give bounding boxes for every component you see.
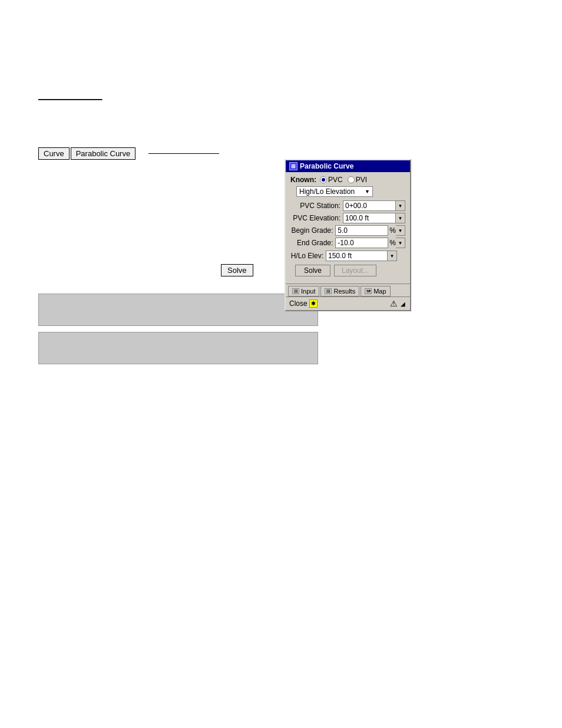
hlo-label: H/Lo Elev: bbox=[290, 252, 326, 260]
parabolic-curve-dialog: ⊞ Parabolic Curve Known: PVC PVI Hi bbox=[285, 159, 411, 311]
dialog-footer: Close ✱ ⚠ ◢ bbox=[286, 297, 410, 310]
radio-pvc-label: PVC bbox=[328, 176, 343, 184]
pvc-station-input-wrap: ▼ bbox=[343, 200, 405, 211]
dropdown-row: High/Lo Elevation ▼ bbox=[290, 186, 405, 197]
hlo-input-wrap: ▼ bbox=[326, 251, 397, 261]
dialog-titlebar[interactable]: ⊞ Parabolic Curve bbox=[286, 160, 410, 172]
tab-input[interactable]: ▤ Input bbox=[288, 286, 319, 297]
main-solve-button[interactable]: Solve bbox=[221, 264, 253, 276]
pvc-station-row: PVC Station: ▼ bbox=[290, 200, 405, 211]
dropdown-arrow-icon: ▼ bbox=[365, 189, 370, 195]
end-grade-unit: % bbox=[389, 239, 396, 247]
begin-grade-input[interactable] bbox=[335, 225, 388, 236]
tab-results[interactable]: ▤ Results bbox=[320, 286, 359, 297]
results-tab-icon: ▤ bbox=[325, 288, 332, 294]
end-grade-label: End Grade: bbox=[290, 239, 335, 247]
hlo-row: H/Lo Elev: ▼ bbox=[290, 251, 405, 261]
radio-pvi-label: PVI bbox=[356, 176, 367, 184]
dialog-solve-button[interactable]: Solve bbox=[295, 265, 330, 276]
breadcrumb-line bbox=[148, 153, 219, 154]
radio-group: PVC PVI bbox=[320, 176, 367, 184]
resize-handle[interactable]: ◢ bbox=[399, 300, 406, 307]
top-link[interactable]: _______________ bbox=[38, 91, 102, 100]
parabolic-curve-button[interactable]: Parabolic Curve bbox=[71, 147, 136, 160]
end-grade-input-wrap: % ▼ bbox=[335, 238, 405, 248]
dialog-title: Parabolic Curve bbox=[300, 162, 353, 170]
tab-input-label: Input bbox=[301, 288, 315, 295]
close-icon[interactable]: ✱ bbox=[309, 299, 318, 308]
dialog-button-row: Solve Layout... bbox=[290, 265, 405, 276]
end-grade-dropdown-btn[interactable]: ▼ bbox=[396, 238, 405, 248]
pvc-station-dropdown-btn[interactable]: ▼ bbox=[396, 200, 405, 211]
tab-map[interactable]: 🗺 Map bbox=[361, 286, 390, 297]
end-grade-input[interactable] bbox=[335, 238, 388, 248]
radio-pvc[interactable]: PVC bbox=[320, 176, 343, 184]
dialog-app-icon: ⊞ bbox=[289, 162, 297, 170]
pvc-elevation-input-wrap: ▼ bbox=[343, 213, 405, 223]
dialog-tabs: ▤ Input ▤ Results 🗺 Map bbox=[286, 284, 410, 297]
dialog-layout-button[interactable]: Layout... bbox=[334, 265, 376, 276]
begin-grade-dropdown-btn[interactable]: ▼ bbox=[396, 225, 405, 236]
close-button[interactable]: Close ✱ bbox=[289, 299, 318, 308]
warning-icon: ⚠ bbox=[389, 299, 398, 308]
known-label: Known: bbox=[290, 176, 316, 184]
elevation-dropdown-value: High/Lo Elevation bbox=[299, 187, 355, 196]
pvc-station-label: PVC Station: bbox=[290, 202, 343, 210]
tab-map-label: Map bbox=[373, 288, 386, 295]
radio-pvi-circle[interactable] bbox=[348, 176, 355, 183]
known-row: Known: PVC PVI bbox=[290, 176, 405, 184]
pvc-station-input[interactable] bbox=[343, 200, 396, 211]
content-area-bottom bbox=[38, 332, 318, 364]
dialog-body: Known: PVC PVI High/Lo Elevation ▼ bbox=[286, 172, 410, 284]
breadcrumb: Curve Parabolic Curve bbox=[38, 147, 219, 160]
pvc-elevation-dropdown-btn[interactable]: ▼ bbox=[396, 213, 405, 223]
begin-grade-input-wrap: % ▼ bbox=[335, 225, 405, 236]
begin-grade-row: Begin Grade: % ▼ bbox=[290, 225, 405, 236]
radio-pvi[interactable]: PVI bbox=[348, 176, 367, 184]
close-label: Close bbox=[289, 299, 308, 308]
radio-pvc-circle[interactable] bbox=[320, 176, 327, 183]
hlo-input[interactable] bbox=[326, 251, 388, 261]
pvc-elevation-label: PVC Elevation: bbox=[290, 214, 343, 222]
hlo-dropdown-btn[interactable]: ▼ bbox=[388, 251, 397, 261]
pvc-elevation-input[interactable] bbox=[343, 213, 396, 223]
content-area-top bbox=[38, 294, 318, 326]
elevation-dropdown[interactable]: High/Lo Elevation ▼ bbox=[296, 186, 373, 197]
pvc-elevation-row: PVC Elevation: ▼ bbox=[290, 213, 405, 223]
end-grade-row: End Grade: % ▼ bbox=[290, 238, 405, 248]
begin-grade-label: Begin Grade: bbox=[290, 226, 335, 235]
tab-results-label: Results bbox=[333, 288, 355, 295]
map-tab-icon: 🗺 bbox=[365, 288, 372, 294]
curve-button[interactable]: Curve bbox=[38, 147, 70, 160]
begin-grade-unit: % bbox=[389, 226, 396, 235]
input-tab-icon: ▤ bbox=[292, 288, 299, 294]
